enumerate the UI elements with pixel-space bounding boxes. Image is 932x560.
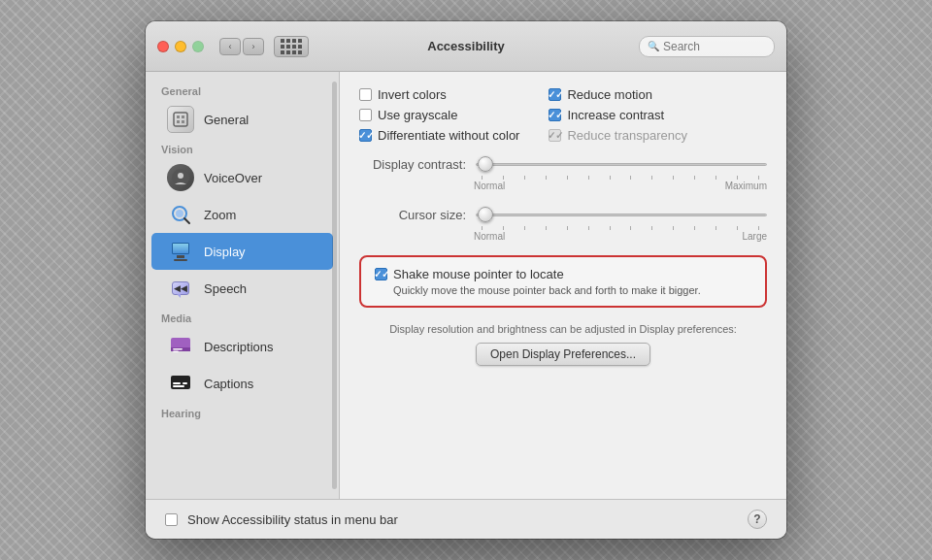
invert-colors-label: Invert colors <box>378 87 447 102</box>
display-icon <box>167 238 194 265</box>
display-contrast-section: Display contrast: <box>359 154 767 191</box>
grid-button[interactable] <box>274 36 309 57</box>
accessibility-status-checkbox[interactable] <box>165 513 178 526</box>
back-button[interactable]: ‹ <box>219 38 241 55</box>
sidebar-item-general[interactable]: General <box>151 101 333 138</box>
col-right: ✓ Reduce motion ✓ Increase contrast ✓ <box>549 87 687 143</box>
cursor-max-label: Large <box>742 231 767 242</box>
maximize-button[interactable] <box>192 41 204 52</box>
general-icon <box>167 106 194 133</box>
reduce-transparency-checkbox[interactable]: ✓ <box>549 129 561 142</box>
col-left: Invert colors Use grayscale ✓ Differenti… <box>359 87 519 143</box>
help-button[interactable]: ? <box>748 510 767 529</box>
sidebar: General General Vision <box>146 72 340 499</box>
search-input[interactable] <box>663 40 766 53</box>
captions-icon <box>167 370 194 397</box>
window-body: General General Vision <box>146 72 786 499</box>
sidebar-scrollbar[interactable] <box>332 82 337 489</box>
search-bar[interactable]: 🔍 <box>639 36 775 57</box>
speech-icon: ◀◀ <box>167 275 194 302</box>
display-contrast-thumb[interactable] <box>478 156 493 172</box>
svg-rect-12 <box>173 348 183 350</box>
open-display-prefs-button[interactable]: Open Display Preferences... <box>476 343 650 366</box>
sidebar-label-descriptions: Descriptions <box>204 340 274 354</box>
sidebar-section-media: Media <box>146 307 339 328</box>
titlebar: ‹ › Accessibility 🔍 <box>146 21 786 72</box>
sidebar-item-zoom[interactable]: Zoom <box>151 196 333 233</box>
svg-line-9 <box>184 218 189 223</box>
sidebar-item-display[interactable]: Display <box>151 233 333 270</box>
zoom-icon <box>167 201 194 228</box>
contrast-max-label: Maximum <box>725 181 767 191</box>
increase-contrast-label: Increase contrast <box>567 108 664 122</box>
checkbox-item-differentiate: ✓ Differentiate without color <box>359 128 519 143</box>
cursor-size-section: Cursor size: <box>359 205 767 242</box>
sidebar-label-general: General <box>204 113 249 127</box>
shake-checkbox[interactable]: ✓ <box>375 268 387 280</box>
sidebar-label-voiceover: VoiceOver <box>204 171 262 185</box>
cursor-size-slider-track[interactable] <box>476 205 767 224</box>
reduce-motion-label: Reduce motion <box>567 87 651 102</box>
svg-rect-1 <box>177 115 180 118</box>
svg-rect-13 <box>173 351 179 353</box>
main-content: Invert colors Use grayscale ✓ Differenti… <box>340 72 786 499</box>
checkbox-item-reduce-motion: ✓ Reduce motion <box>549 87 687 102</box>
checkbox-item-increase-contrast: ✓ Increase contrast <box>549 108 687 122</box>
sidebar-label-speech: Speech <box>204 281 247 296</box>
increase-contrast-checkbox[interactable]: ✓ <box>549 109 561 121</box>
sidebar-item-voiceover[interactable]: VoiceOver <box>151 159 333 196</box>
shake-description: Quickly move the mouse pointer back and … <box>393 284 751 296</box>
cursor-size-label: Cursor size: <box>359 208 466 222</box>
svg-rect-0 <box>174 113 187 126</box>
traffic-lights <box>157 41 204 52</box>
voiceover-icon <box>167 164 194 191</box>
minimize-button[interactable] <box>175 41 186 52</box>
svg-point-6 <box>178 173 183 179</box>
svg-rect-4 <box>182 120 184 123</box>
grid-icon <box>281 39 302 54</box>
sidebar-section-general: General <box>146 80 339 101</box>
reduce-motion-checkbox[interactable]: ✓ <box>549 88 561 101</box>
checkbox-columns: Invert colors Use grayscale ✓ Differenti… <box>359 87 767 143</box>
invert-colors-checkbox[interactable] <box>359 88 372 101</box>
svg-rect-15 <box>173 382 181 384</box>
sidebar-item-captions[interactable]: Captions <box>151 365 333 402</box>
accessibility-window: ‹ › Accessibility 🔍 General <box>146 21 786 539</box>
display-contrast-label: Display contrast: <box>359 157 466 172</box>
shake-label: Shake mouse pointer to locate <box>393 267 564 281</box>
sidebar-item-speech[interactable]: ◀◀ Speech <box>151 270 333 307</box>
close-button[interactable] <box>157 41 169 52</box>
descriptions-icon <box>167 333 194 360</box>
forward-button[interactable]: › <box>243 38 264 55</box>
sidebar-label-zoom: Zoom <box>204 208 236 222</box>
svg-rect-16 <box>183 382 187 384</box>
footer: Show Accessibility status in menu bar ? <box>146 499 786 539</box>
sidebar-section-hearing: Hearing <box>146 402 339 423</box>
svg-rect-17 <box>173 385 184 387</box>
display-contrast-slider-track[interactable] <box>476 154 767 174</box>
cursor-size-thumb[interactable] <box>478 207 493 222</box>
checkbox-item-use-grayscale: Use grayscale <box>359 108 519 122</box>
sidebar-label-captions: Captions <box>204 377 253 391</box>
use-grayscale-checkbox[interactable] <box>359 109 372 121</box>
svg-point-8 <box>176 210 183 217</box>
window-title: Accessibility <box>427 39 505 53</box>
differentiate-label: Differentiate without color <box>378 128 519 143</box>
sidebar-section-vision: Vision <box>146 138 339 159</box>
contrast-min-label: Normal <box>474 181 505 191</box>
checkbox-item-invert-colors: Invert colors <box>359 87 519 102</box>
differentiate-checkbox[interactable]: ✓ <box>359 129 372 142</box>
sidebar-label-display: Display <box>204 245 246 259</box>
shake-title-row: ✓ Shake mouse pointer to locate <box>375 267 751 281</box>
reduce-transparency-label: Reduce transparency <box>567 128 687 143</box>
cursor-min-label: Normal <box>474 231 505 242</box>
shake-section: ✓ Shake mouse pointer to locate Quickly … <box>359 255 767 308</box>
search-icon: 🔍 <box>648 41 659 51</box>
nav-buttons: ‹ › <box>219 38 264 55</box>
svg-rect-2 <box>182 115 184 118</box>
sidebar-item-descriptions[interactable]: Descriptions <box>151 328 333 365</box>
accessibility-status-label: Show Accessibility status in menu bar <box>187 512 738 527</box>
use-grayscale-label: Use grayscale <box>378 108 457 122</box>
svg-rect-3 <box>177 120 180 123</box>
checkbox-item-reduce-transparency: ✓ Reduce transparency <box>549 128 687 143</box>
